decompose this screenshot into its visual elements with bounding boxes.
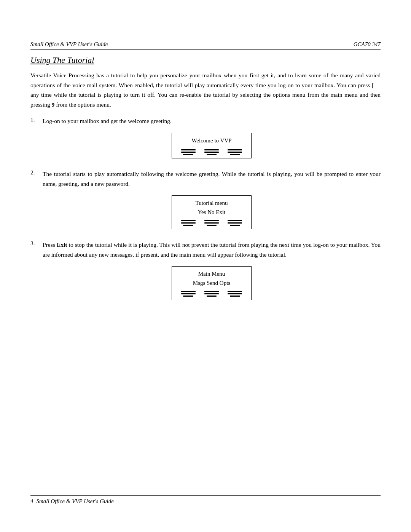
diagram-3-wrapper: Main Menu Msgs Send Opts [43,266,381,300]
btn-line [204,291,219,292]
btn-line [183,296,193,297]
diagram-3-buttons [177,289,247,297]
diagram-3-btn-1 [181,291,196,297]
list-content-3: Press Exit to stop the tutorial while it… [43,240,381,309]
diagram-3-line1: Main Menu [177,270,247,278]
footer-page-number: 4 [30,498,33,505]
list-content-2: The tutorial starts to play automaticall… [43,169,381,238]
btn-line [204,220,219,221]
diagram-1-wrapper: Welcome to VVP [43,133,381,159]
section-title: Using The Tutorial [30,55,381,65]
diagram-3-line2: Msgs Send Opts [177,280,247,286]
list-item-3: 3. Press Exit to stop the tutorial while… [30,240,381,309]
btn-line [207,154,217,155]
btn-line [228,152,242,153]
btn-line [183,154,193,155]
page: Small Office & VVP User's Guide GCA70 34… [0,0,411,532]
diagram-2-line1: Tutorial menu [177,199,247,208]
btn-lines-icon [204,291,219,297]
btn-line [228,222,242,224]
btn-line [207,225,217,226]
page-header: Small Office & VVP User's Guide GCA70 34… [30,41,381,50]
bold-9: 9 [52,101,55,108]
btn-line [181,149,196,150]
btn-line [228,220,242,221]
btn-lines-icon [204,220,219,226]
btn-line [204,149,219,150]
diagram-2: Tutorial menu Yes No Exit [172,195,252,229]
list-number-2: 2. [30,169,39,176]
list-number-1: 1. [30,116,39,123]
btn-line [228,291,242,292]
btn-lines-icon [181,220,196,226]
list-text-1: Log-on to your mailbox and get the welco… [43,116,381,126]
btn-lines-icon [228,149,242,155]
btn-lines-icon [204,149,219,155]
diagram-1-btn-1 [181,149,196,155]
diagram-1-buttons [177,148,247,156]
btn-line [228,293,242,294]
main-content: Using The Tutorial Versatile Voice Proce… [30,55,381,311]
btn-line [183,225,193,226]
diagram-2-buttons [177,219,247,227]
btn-line [181,152,196,153]
btn-line [181,222,196,224]
diagram-2-btn-1 [181,220,196,226]
btn-lines-icon [228,291,242,297]
header-left-text: Small Office & VVP User's Guide [30,41,108,48]
list-item-2: 2. The tutorial starts to play automatic… [30,169,381,238]
list-content-1: Log-on to your mailbox and get the welco… [43,116,381,168]
list-item-1: 1. Log-on to your mailbox and get the we… [30,116,381,168]
page-footer: 4 Small Office & VVP User's Guide [30,495,381,505]
btn-line [230,296,240,297]
list-text-3: Press Exit to stop the tutorial while it… [43,240,381,259]
btn-line [181,293,196,294]
diagram-1-btn-3 [228,149,242,155]
diagram-2-wrapper: Tutorial menu Yes No Exit [43,195,381,229]
btn-line [204,293,219,294]
list-text-2: The tutorial starts to play automaticall… [43,169,381,189]
btn-line [207,296,217,297]
diagram-3: Main Menu Msgs Send Opts [172,266,252,300]
diagram-3-btn-3 [228,291,242,297]
btn-line [228,149,242,150]
diagram-1-btn-2 [204,149,219,155]
btn-lines-icon [181,291,196,297]
btn-line [230,154,240,155]
exit-bold: Exit [57,241,67,248]
diagram-2-btn-3 [228,220,242,226]
intro-paragraph: Versatile Voice Processing has a tutoria… [30,70,381,109]
btn-line [204,152,219,153]
diagram-1-line1: Welcome to VVP [177,136,247,145]
list-number-3: 3. [30,240,39,247]
diagram-1: Welcome to VVP [172,133,252,159]
btn-lines-icon [181,149,196,155]
diagram-2-btn-2 [204,220,219,226]
footer-title: Small Office & VVP User's Guide [37,498,114,505]
btn-line [204,222,219,224]
header-right-text: GCA70 347 [354,41,381,48]
btn-line [181,291,196,292]
btn-line [230,225,240,226]
btn-lines-icon [228,220,242,226]
diagram-3-btn-2 [204,291,219,297]
diagram-2-line2: Yes No Exit [177,209,247,216]
btn-line [181,220,196,221]
